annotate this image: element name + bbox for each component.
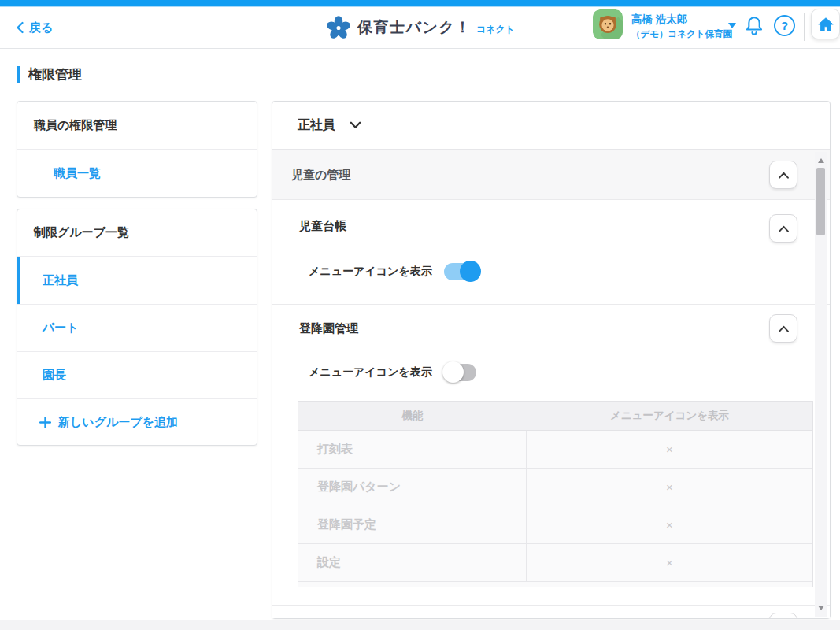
app-header: 戻る 保育士バンク！ コネクト [0, 7, 840, 49]
column-header-feature: 機能 [298, 409, 527, 423]
sidebar-item-staff-list[interactable]: 職員一覧 [17, 150, 257, 197]
chevron-up-icon [778, 172, 790, 179]
section-title: 登降園管理 [299, 321, 358, 336]
notifications-button[interactable] [742, 13, 766, 39]
table-header-row: 機能 メニューアイコンを表示 [298, 402, 812, 431]
collapse-button-child-register[interactable] [769, 214, 797, 243]
collapse-button-next[interactable] [769, 613, 797, 618]
attendance-features-table: 機能 メニューアイコンを表示 打刻表 × 登降園パターン × 登降園予定 × [298, 401, 813, 587]
chevron-up-icon [778, 225, 790, 232]
sidebar-item-group-encho[interactable]: 園長 [17, 351, 257, 398]
table-row: 登降園パターン × [298, 469, 812, 506]
add-group-button[interactable]: 新しいグループを追加 [17, 398, 257, 446]
menu-icon-toggle-on[interactable] [444, 261, 479, 282]
x-mark: × [527, 443, 812, 456]
page-title: 権限管理 [17, 65, 82, 83]
plus-icon [39, 417, 51, 428]
group-selector-value: 正社員 [298, 117, 335, 134]
collapse-button-attendance[interactable] [769, 314, 797, 343]
category-row-child-management: 児童の管理 [272, 150, 830, 200]
user-avatar[interactable] [593, 9, 623, 39]
scrollbar-down-icon[interactable] [818, 606, 824, 610]
top-accent-bar [0, 0, 840, 6]
section-title: 児童台帳 [299, 219, 346, 234]
menu-icon-toggle-off[interactable] [444, 361, 479, 383]
help-button[interactable]: ? [774, 15, 795, 36]
sidebar-item-group-part[interactable]: パート [17, 304, 257, 351]
permissions-panel: 正社員 児童の管理 児童台帳 [272, 101, 831, 619]
table-clipped-row [298, 582, 812, 587]
x-mark: × [527, 518, 812, 532]
table-row: 設定 × [298, 544, 812, 582]
title-accent-bar [17, 66, 20, 83]
staff-card-title: 職員の権限管理 [17, 102, 257, 150]
category-title: 児童の管理 [291, 168, 350, 183]
scrollbar-thumb[interactable] [816, 168, 825, 235]
user-menu[interactable]: 高橋 浩太郎 （デモ）コネクト保育園 [631, 12, 732, 42]
question-icon: ? [781, 19, 788, 32]
section-attendance-management: 登降園管理 メニューアイコンを表示 機能 メニューア [272, 305, 830, 606]
app-root: 戻る 保育士バンク！ コネクト [0, 0, 840, 630]
column-header-menu-icon: メニューアイコンを表示 [527, 409, 812, 423]
user-name: 高橋 浩太郎 [631, 12, 732, 28]
x-mark: × [527, 480, 812, 494]
sidebar-item-group-seishain[interactable]: 正社員 [17, 257, 257, 304]
page-bottom-strip [0, 620, 840, 630]
section-next-partial [272, 606, 830, 618]
chevron-up-icon [778, 325, 790, 332]
header-right-cluster: 高橋 浩太郎 （デモ）コネクト保育園 ? [0, 7, 840, 48]
vertical-scrollbar[interactable] [815, 152, 827, 617]
table-row: 登降園予定 × [298, 506, 812, 544]
user-org: （デモ）コネクト保育園 [631, 28, 732, 41]
user-menu-caret-icon[interactable] [728, 23, 736, 28]
section-child-register: 児童台帳 メニューアイコンを表示 [272, 200, 830, 305]
x-mark: × [527, 556, 812, 569]
toggle-label: メニューアイコンを表示 [309, 265, 432, 279]
scrollbar-up-icon[interactable] [818, 158, 824, 163]
permissions-scroll-area: 児童の管理 児童台帳 メニューアイコンを表示 [272, 150, 830, 618]
collapse-button-category[interactable] [769, 161, 797, 189]
group-selector[interactable]: 正社員 [272, 102, 830, 150]
home-icon [817, 16, 834, 33]
bell-icon [744, 15, 764, 37]
toggle-label: メニューアイコンを表示 [309, 365, 432, 380]
groups-card-title: 制限グループ一覧 [17, 209, 257, 257]
table-row: 打刻表 × [298, 431, 812, 469]
chevron-down-icon [350, 121, 361, 129]
staff-permission-card: 職員の権限管理 職員一覧 [17, 101, 257, 198]
restriction-groups-card: 制限グループ一覧 正社員 パート 園長 新しいグループを追加 [17, 209, 257, 446]
home-button[interactable] [811, 9, 840, 39]
header-divider [804, 13, 805, 41]
